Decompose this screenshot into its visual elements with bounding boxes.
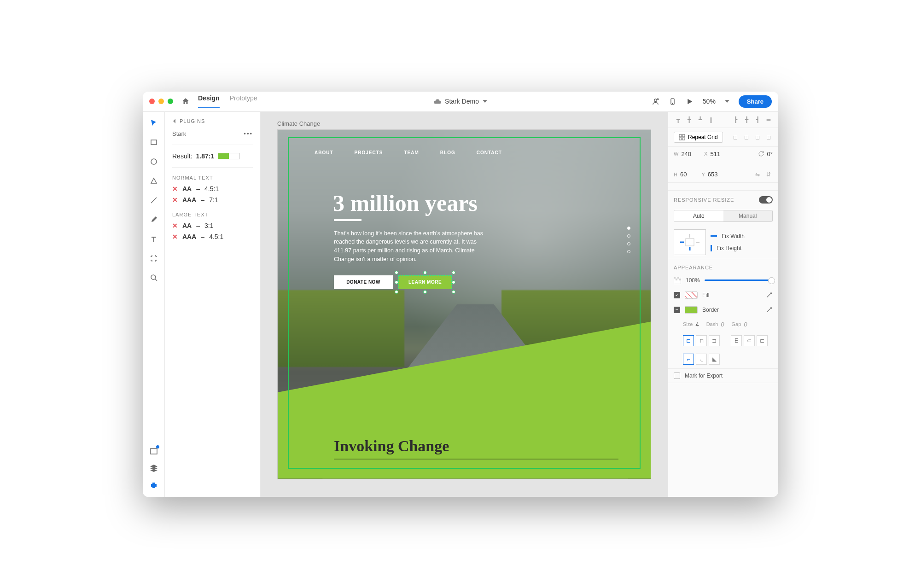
svg-rect-9 <box>682 134 685 137</box>
align-left-icon[interactable]: ┣ <box>731 116 740 124</box>
fill-checkbox[interactable]: ✓ <box>674 292 680 298</box>
export-checkbox[interactable] <box>674 373 680 379</box>
invite-icon[interactable] <box>652 98 659 105</box>
line-tool[interactable] <box>149 196 158 205</box>
close-icon[interactable] <box>149 99 155 104</box>
boolean-add-icon[interactable]: ◻ <box>731 133 740 141</box>
hero-headline[interactable]: 3 million years <box>333 190 478 216</box>
chevron-down-icon <box>483 100 487 103</box>
grid-icon <box>679 134 685 140</box>
cap-square-icon[interactable]: ⊏ <box>757 335 768 346</box>
fullscreen-icon[interactable] <box>168 99 173 104</box>
home-icon[interactable] <box>181 97 190 105</box>
rotation-value[interactable]: 0° <box>767 151 773 157</box>
more-icon[interactable]: ••• <box>244 130 253 137</box>
distribute-h-icon[interactable]: ═ <box>764 116 773 124</box>
border-size-value[interactable]: 4 <box>695 321 699 328</box>
device-preview-icon[interactable] <box>669 98 676 105</box>
svg-point-0 <box>654 99 657 101</box>
fail-icon: ✕ <box>172 185 178 192</box>
artboard-label[interactable]: Climate Change <box>277 120 320 127</box>
tab-prototype[interactable]: Prototype <box>230 94 257 108</box>
y-value[interactable]: 653 <box>708 171 718 178</box>
join-round-icon[interactable]: ◟ <box>696 354 707 365</box>
stroke-center-icon[interactable]: ⊓ <box>696 335 707 346</box>
height-value[interactable]: 60 <box>680 171 687 178</box>
fill-swatch[interactable] <box>685 291 698 299</box>
distribute-v-icon[interactable]: ‖ <box>707 116 715 124</box>
canvas[interactable]: Climate Change ABOUT PROJECTS TEAM BLOG … <box>261 112 668 497</box>
width-value[interactable]: 240 <box>681 151 691 157</box>
layers-icon[interactable] <box>149 464 158 473</box>
svg-rect-4 <box>151 140 157 145</box>
align-top-icon[interactable]: ┳ <box>674 116 682 124</box>
artboard-tool[interactable] <box>149 254 158 263</box>
stroke-outer-icon[interactable]: ⊐ <box>709 335 720 346</box>
nav-about[interactable]: ABOUT <box>315 150 333 155</box>
chevron-down-icon[interactable] <box>725 100 729 103</box>
cap-butt-icon[interactable]: E <box>731 335 742 346</box>
hero-body[interactable]: That's how long it's been since the eart… <box>334 229 486 264</box>
tab-design[interactable]: Design <box>198 94 220 108</box>
zoom-tool[interactable] <box>149 273 158 282</box>
polygon-tool[interactable] <box>149 176 158 186</box>
cap-round-icon[interactable]: ⊂ <box>744 335 755 346</box>
flip-v-icon[interactable]: ⇵ <box>764 170 773 179</box>
selection-handles[interactable] <box>396 273 454 292</box>
fail-icon: ✕ <box>172 222 178 229</box>
nav-blog[interactable]: BLOG <box>440 150 455 155</box>
boolean-intersect-icon[interactable]: ◻ <box>753 133 762 141</box>
repeat-grid-button[interactable]: Repeat Grid <box>674 132 723 143</box>
nav-contact[interactable]: CONTACT <box>477 150 502 155</box>
rectangle-tool[interactable] <box>149 138 158 147</box>
nav-projects[interactable]: PROJECTS <box>355 150 383 155</box>
donate-button[interactable]: DONATE NOW <box>334 275 393 289</box>
select-tool[interactable] <box>149 118 158 128</box>
fix-width-row[interactable]: Fix Width <box>711 233 745 239</box>
ellipse-tool[interactable] <box>149 157 158 166</box>
document-title[interactable]: Stark Demo <box>434 98 487 105</box>
align-center-icon[interactable]: ╋ <box>742 116 751 124</box>
align-middle-icon[interactable]: ╋ <box>685 116 693 124</box>
border-gap-value[interactable]: 0 <box>744 321 747 328</box>
fix-height-row[interactable]: Fix Height <box>711 245 745 251</box>
boolean-exclude-icon[interactable]: ◻ <box>764 133 773 141</box>
opacity-value[interactable]: 100% <box>686 277 700 284</box>
artboard[interactable]: ABOUT PROJECTS TEAM BLOG CONTACT 3 milli… <box>277 129 651 479</box>
border-checkbox[interactable]: − <box>674 307 680 313</box>
border-swatch[interactable] <box>685 306 698 314</box>
flip-h-icon[interactable]: ⇋ <box>753 170 762 179</box>
align-bottom-icon[interactable]: ┻ <box>696 116 704 124</box>
assets-icon[interactable] <box>149 446 158 455</box>
manual-option[interactable]: Manual <box>723 210 773 221</box>
eyedropper-icon[interactable] <box>766 292 773 298</box>
auto-option[interactable]: Auto <box>674 210 723 221</box>
constraint-widget[interactable] <box>674 229 706 255</box>
app-window: Design Prototype Stark Demo 50% Share <box>143 92 778 497</box>
pen-tool[interactable] <box>149 215 158 224</box>
join-bevel-icon[interactable]: ◣ <box>709 354 720 365</box>
share-button[interactable]: Share <box>739 95 772 108</box>
zoom-level[interactable]: 50% <box>703 98 716 105</box>
subheadline[interactable]: Invoking Change <box>334 437 449 455</box>
play-icon[interactable] <box>686 98 694 105</box>
opacity-slider[interactable] <box>705 279 773 281</box>
text-tool[interactable] <box>149 234 158 244</box>
responsive-toggle[interactable] <box>759 196 773 204</box>
boolean-subtract-icon[interactable]: ◻ <box>742 133 751 141</box>
rotate-icon[interactable] <box>758 151 764 157</box>
border-dash-value[interactable]: 0 <box>721 321 724 328</box>
resize-mode-segment[interactable]: Auto Manual <box>674 210 773 222</box>
svg-rect-17 <box>679 279 681 280</box>
plugin-back[interactable]: PLUGINS <box>172 118 253 124</box>
align-right-icon[interactable]: ┫ <box>753 116 762 124</box>
plugins-icon[interactable] <box>149 481 158 490</box>
join-miter-icon[interactable]: ⌐ <box>683 354 694 365</box>
eyedropper-icon[interactable] <box>766 307 773 313</box>
x-value[interactable]: 511 <box>710 151 720 157</box>
pagination-dots[interactable] <box>627 227 630 253</box>
cloud-icon <box>434 99 441 104</box>
minimize-icon[interactable] <box>158 99 164 104</box>
stroke-inner-icon[interactable]: ⊏ <box>683 335 694 346</box>
nav-team[interactable]: TEAM <box>404 150 419 155</box>
